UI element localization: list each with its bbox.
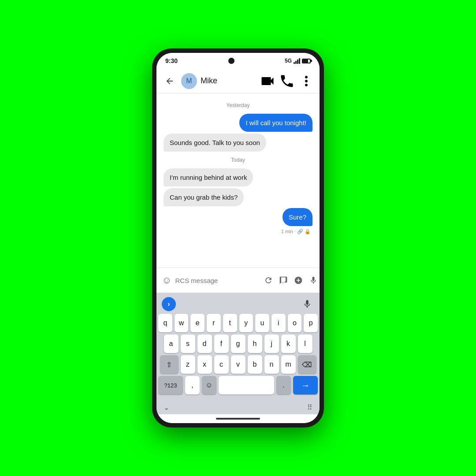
key-space[interactable] — [219, 376, 274, 394]
key-u[interactable]: u — [255, 314, 269, 332]
status-time: 9:30 — [165, 57, 178, 64]
key-n[interactable]: n — [264, 355, 279, 374]
camera-notch — [228, 58, 234, 64]
keyboard-row-1: q w e r t y u i o p — [158, 314, 318, 332]
message-bubble: Can you grab the kids? — [164, 188, 244, 206]
phone-call-button[interactable] — [279, 73, 295, 89]
key-b[interactable]: b — [248, 355, 262, 374]
phone-screen: 9:30 5G — [156, 53, 320, 423]
key-g[interactable]: g — [231, 335, 245, 353]
battery-icon — [302, 59, 311, 63]
key-h[interactable]: h — [248, 335, 262, 353]
key-d[interactable]: d — [197, 335, 212, 353]
key-j[interactable]: j — [264, 335, 279, 353]
status-bar: 9:30 5G — [156, 53, 320, 69]
key-send[interactable]: → — [293, 376, 318, 394]
message-row: Sounds good. Talk to you soon — [164, 134, 312, 152]
video-call-button[interactable] — [260, 73, 275, 89]
refresh-icon[interactable] — [262, 274, 275, 286]
sticker-icon[interactable] — [277, 274, 290, 286]
date-divider-yesterday: Yesterday — [164, 102, 312, 108]
signal-icon — [294, 58, 300, 64]
network-label: 5G — [285, 58, 292, 64]
key-y[interactable]: y — [239, 314, 253, 332]
message-bubble: Sure? — [283, 208, 312, 226]
phone-frame: 9:30 5G — [152, 48, 324, 428]
key-shift[interactable]: ⇧ — [160, 355, 178, 374]
bottom-bar: ⌄ ⠿ — [156, 400, 320, 414]
keyboard-expand-button[interactable]: › — [162, 297, 176, 311]
status-icons: 5G — [285, 58, 311, 64]
emoji-button[interactable]: ☺ — [162, 272, 171, 288]
key-backspace[interactable]: ⌫ — [298, 355, 316, 374]
key-i[interactable]: i — [271, 314, 286, 332]
key-l[interactable]: l — [298, 335, 312, 353]
key-emoji[interactable]: ☺ — [202, 376, 216, 394]
message-row: I will call you tonight! — [164, 114, 312, 132]
keyboard-toolbar: › — [158, 295, 318, 314]
contact-name[interactable]: Mike — [201, 76, 256, 86]
message-bubble: I will call you tonight! — [239, 114, 312, 132]
key-v[interactable]: v — [231, 355, 245, 374]
key-r[interactable]: r — [207, 314, 221, 332]
key-numbers[interactable]: ?123 — [158, 376, 183, 394]
keyboard-row-4: ?123 , ☺ . → — [158, 376, 318, 394]
key-comma[interactable]: , — [185, 376, 200, 394]
more-options-button[interactable] — [298, 73, 314, 89]
message-row: I'm running behind at work — [164, 168, 312, 186]
back-button[interactable] — [162, 73, 178, 89]
key-z[interactable]: z — [181, 355, 195, 374]
input-right-icons — [262, 274, 320, 286]
expand-arrow-icon: › — [167, 300, 170, 308]
key-t[interactable]: t — [223, 314, 237, 332]
key-o[interactable]: o — [288, 314, 302, 332]
message-row: Can you grab the kids? — [164, 188, 312, 206]
key-f[interactable]: f — [214, 335, 229, 353]
message-bubble: I'm running behind at work — [164, 168, 253, 186]
home-indicator — [156, 414, 320, 423]
key-p[interactable]: p — [304, 314, 318, 332]
chevron-down-icon[interactable]: ⌄ — [164, 403, 169, 412]
key-period[interactable]: . — [276, 376, 291, 394]
voice-icon[interactable] — [307, 274, 320, 286]
key-a[interactable]: a — [164, 335, 178, 353]
key-q[interactable]: q — [158, 314, 172, 332]
app-bar-actions — [260, 73, 314, 89]
home-bar — [216, 418, 260, 420]
keyboard: › q w e r t y u i o p a — [156, 293, 320, 400]
key-c[interactable]: c — [214, 355, 229, 374]
message-input-area: ☺ — [156, 268, 320, 293]
key-m[interactable]: m — [281, 355, 296, 374]
keyboard-row-3: ⇧ z x c v b n m ⌫ — [158, 355, 318, 374]
contact-avatar[interactable]: M — [181, 73, 197, 89]
key-s[interactable]: s — [181, 335, 195, 353]
key-x[interactable]: x — [197, 355, 212, 374]
message-input[interactable] — [175, 271, 259, 289]
message-row: Sure? — [164, 208, 312, 226]
message-bubble: Sounds good. Talk to you soon — [164, 134, 266, 152]
add-icon[interactable] — [292, 274, 305, 286]
keyboard-row-2: a s d f g h j k l — [158, 335, 318, 353]
message-meta: 1 min · 🔗 🔒 — [164, 229, 312, 234]
key-k[interactable]: k — [281, 335, 296, 353]
messages-area: Yesterday I will call you tonight! Sound… — [156, 93, 320, 268]
key-w[interactable]: w — [175, 314, 189, 332]
app-bar: M Mike — [156, 69, 320, 93]
date-divider-today: Today — [164, 157, 312, 163]
keyboard-mic-button[interactable] — [300, 297, 314, 311]
key-e[interactable]: e — [190, 314, 205, 332]
keyboard-switcher-icon[interactable]: ⠿ — [307, 403, 312, 412]
